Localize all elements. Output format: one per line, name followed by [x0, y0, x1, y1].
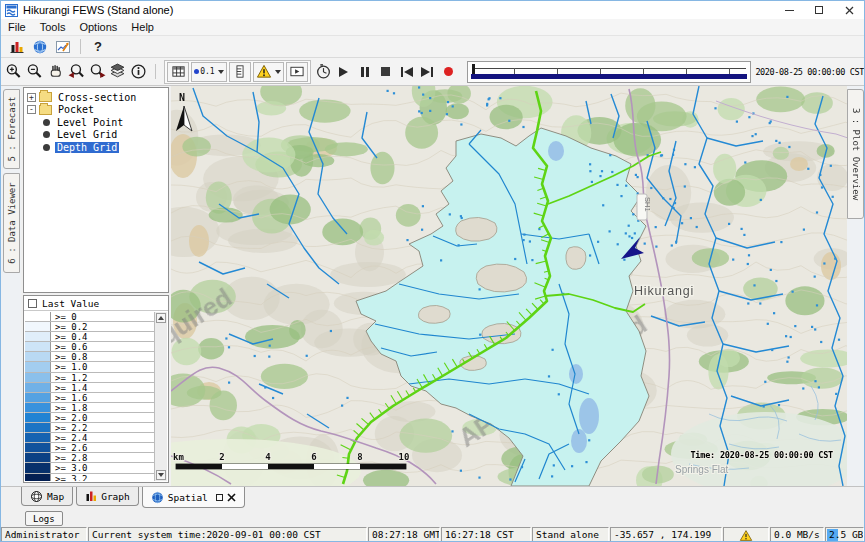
- zoom-in-button[interactable]: [4, 61, 23, 82]
- warning-icon: [256, 64, 272, 79]
- legend-color-swatch: [25, 362, 51, 371]
- database-explorer-button[interactable]: [6, 36, 27, 57]
- legend-color-swatch: [25, 463, 51, 472]
- left-tab-strip: 5 : Forecast 6 : Data Viewer: [1, 86, 21, 486]
- legend-title: Last Value: [42, 298, 99, 309]
- tree-item-depth-grid[interactable]: Depth Grid: [24, 141, 168, 154]
- legend-class-row[interactable]: >= 1.8: [25, 403, 154, 413]
- tree-item-cross-section[interactable]: +Cross-section: [24, 91, 168, 104]
- legend-color-swatch: [25, 383, 51, 392]
- flat-label: Springs Flat: [675, 464, 729, 475]
- legend-class-row[interactable]: >= 0: [25, 312, 154, 322]
- tab-map[interactable]: Map: [21, 487, 73, 506]
- svg-text:2: 2: [219, 452, 224, 462]
- zoom-out-icon: [26, 63, 43, 80]
- status-gmt-time: 08:27:18 GMT: [368, 527, 440, 542]
- timeline-thumb[interactable]: [472, 64, 475, 74]
- legend-color-swatch: [25, 443, 51, 452]
- legend-class-label: >= 0.8: [51, 352, 88, 361]
- timeseries-dialog-button[interactable]: [52, 36, 73, 57]
- layers-button[interactable]: [108, 61, 127, 82]
- menu-file[interactable]: File: [1, 21, 33, 33]
- tab-close-icon[interactable]: [227, 493, 236, 502]
- legend-class-row[interactable]: >= 1.6: [25, 393, 154, 403]
- tree-expander-icon[interactable]: -: [27, 105, 36, 114]
- app-window: Hikurangi FEWS (Stand alone) File Tools …: [0, 0, 865, 542]
- threshold-value-button[interactable]: 0.1: [191, 62, 226, 82]
- scroll-up-icon[interactable]: [156, 313, 166, 323]
- menu-tools[interactable]: Tools: [33, 21, 73, 33]
- menu-help[interactable]: Help: [124, 21, 161, 33]
- warnings-button[interactable]: [253, 62, 284, 82]
- legend-color-swatch: [25, 413, 51, 422]
- status-user: Administrator: [1, 527, 87, 542]
- tab-plot-overview[interactable]: 3 : Plot Overview: [847, 89, 864, 219]
- map-canvas[interactable]: API Key Required API Key Required: [171, 86, 848, 486]
- logs-button[interactable]: Logs: [25, 511, 63, 526]
- tab-data-viewer[interactable]: 6 : Data Viewer: [3, 173, 20, 273]
- legend-class-row[interactable]: >= 0.4: [25, 332, 154, 342]
- grid-display-button[interactable]: [167, 62, 189, 82]
- pan-button[interactable]: [46, 61, 65, 82]
- zoom-previous-button[interactable]: [67, 61, 86, 82]
- info-icon: [130, 63, 147, 80]
- record-button[interactable]: [439, 61, 458, 82]
- logs-row: Logs: [1, 510, 864, 527]
- status-warning[interactable]: [723, 527, 769, 542]
- grid-tools-group: 0.1: [164, 60, 310, 84]
- bar-chart-icon: [9, 39, 25, 55]
- step-forward-button[interactable]: [418, 61, 437, 82]
- legend-class-row[interactable]: >= 2.2: [25, 423, 154, 433]
- tree-item-level-grid[interactable]: Level Grid: [24, 129, 168, 142]
- timeline-slider[interactable]: [467, 61, 752, 83]
- last-value-checkbox[interactable]: [28, 299, 37, 308]
- minimize-button[interactable]: [774, 1, 804, 19]
- legend-scrollbar[interactable]: [154, 312, 167, 481]
- tree-item-level-point[interactable]: Level Point: [24, 116, 168, 129]
- close-button[interactable]: [834, 1, 864, 19]
- legend-class-row[interactable]: >= 1.0: [25, 362, 154, 372]
- legend-class-row[interactable]: >= 2.6: [25, 443, 154, 453]
- legend-class-row[interactable]: >= 2.4: [25, 433, 154, 443]
- tab-spatial[interactable]: Spatial: [142, 487, 245, 508]
- legend-class-row[interactable]: >= 2.8: [25, 453, 154, 463]
- zoom-next-button[interactable]: [88, 61, 107, 82]
- toolbar-separator: [155, 64, 156, 79]
- play-button[interactable]: [334, 61, 353, 82]
- threshold-value: 0.1: [200, 67, 214, 76]
- tab-forecast[interactable]: 5 : Forecast: [3, 89, 20, 169]
- map-display-button[interactable]: [29, 36, 50, 57]
- legend-class-row[interactable]: >= 2.0: [25, 413, 154, 423]
- pause-button[interactable]: [355, 61, 374, 82]
- step-back-button[interactable]: [397, 61, 416, 82]
- longitudinal-profile-button[interactable]: [229, 62, 251, 82]
- legend-color-swatch: [25, 474, 51, 482]
- legend-class-label: >= 1.0: [51, 362, 88, 371]
- status-local-time: 16:27:18 CST: [441, 527, 531, 542]
- legend-class-row[interactable]: >= 0.2: [25, 322, 154, 332]
- statusbar: Administrator Current system time:2020-0…: [1, 527, 864, 542]
- animation-display-button[interactable]: [286, 62, 308, 82]
- tab-graph[interactable]: Graph: [76, 487, 139, 506]
- help-button[interactable]: ?: [88, 36, 108, 57]
- legend-color-swatch: [25, 352, 51, 361]
- legend-color-swatch: [25, 423, 51, 432]
- zoom-out-button[interactable]: [25, 61, 44, 82]
- legend-class-row[interactable]: >= 0.6: [25, 342, 154, 352]
- tree-item-pocket[interactable]: -Pocket: [24, 104, 168, 117]
- info-button[interactable]: [129, 61, 148, 82]
- legend-class-row[interactable]: >= 1.4: [25, 383, 154, 393]
- stop-button[interactable]: [376, 61, 395, 82]
- maximize-button[interactable]: [804, 1, 834, 19]
- legend-class-row[interactable]: >= 0.8: [25, 352, 154, 362]
- tree-expander-icon[interactable]: +: [27, 93, 36, 102]
- menu-options[interactable]: Options: [72, 21, 124, 33]
- time-tracker-button[interactable]: [314, 61, 333, 82]
- tab-maximize-icon[interactable]: [216, 494, 223, 501]
- legend-class-row[interactable]: >= 3.0: [25, 463, 154, 473]
- scroll-down-icon[interactable]: [156, 470, 166, 480]
- legend-class-row[interactable]: >= 3.2: [25, 474, 154, 482]
- grid-icon: [171, 64, 186, 79]
- legend-class-row[interactable]: >= 1.2: [25, 373, 154, 383]
- stop-icon: [381, 67, 390, 76]
